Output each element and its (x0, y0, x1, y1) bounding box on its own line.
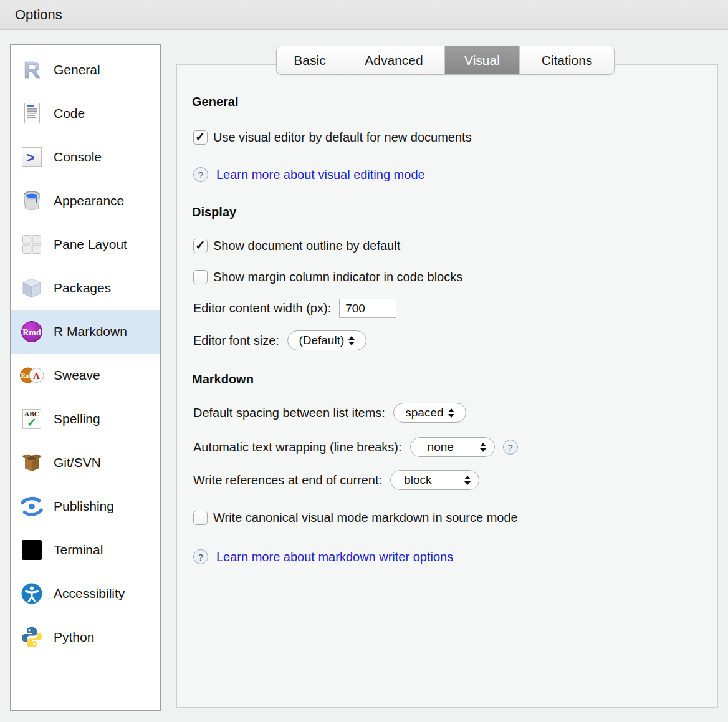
text-wrapping-row: Automatic text wrapping (line breaks): n… (193, 437, 518, 457)
content-width-row: Editor content width (px): (193, 299, 396, 318)
sidebar-item-appearance[interactable]: Appearance (11, 179, 160, 223)
help-icon[interactable]: ? (503, 440, 518, 455)
tab-basic[interactable]: Basic (277, 46, 343, 74)
sidebar-item-packages[interactable]: Packages (11, 266, 160, 310)
sidebar-item-label: Spelling (54, 412, 100, 426)
learn-markdown-writer-link[interactable]: Learn more about markdown writer options (216, 550, 453, 564)
checkmark-icon: ✓ (195, 130, 206, 143)
sidebar-item-label: Console (54, 150, 102, 165)
pane-grid-icon (18, 231, 46, 258)
sidebar-item-r-markdown[interactable]: Rmd R Markdown (11, 310, 160, 354)
window-title: Options (15, 7, 62, 23)
sidebar-item-spelling[interactable]: ABC✓ Spelling (11, 397, 160, 441)
stepper-arrows-icon (448, 408, 454, 418)
show-margin-checkbox[interactable]: ✓ (193, 270, 208, 284)
use-visual-editor-checkbox[interactable]: ✓ (193, 130, 208, 145)
terminal-icon (18, 536, 46, 564)
svg-text:✓: ✓ (27, 416, 37, 429)
sidebar-item-label: Publishing (54, 499, 114, 514)
sidebar-item-console[interactable]: > Console (11, 135, 160, 179)
console-icon: > (18, 143, 46, 171)
visual-editing-help-row: ? Learn more about visual editing mode (193, 167, 425, 182)
help-icon[interactable]: ? (193, 167, 208, 182)
canonical-markdown-row: ✓ Write canonical visual mode markdown i… (193, 511, 518, 525)
sidebar-item-label: Appearance (54, 193, 124, 208)
help-icon[interactable]: ? (193, 549, 208, 564)
stepper-arrows-icon (348, 336, 355, 345)
sidebar-item-accessibility[interactable]: Accessibility (11, 572, 160, 615)
code-document-icon (18, 100, 46, 127)
list-spacing-row: Default spacing between list items: spac… (193, 403, 466, 423)
sidebar-item-label: Git/SVN (54, 455, 101, 470)
package-cube-icon (18, 274, 46, 302)
sidebar-item-label: Python (54, 630, 94, 645)
section-heading-markdown: Markdown (192, 372, 254, 387)
stepper-arrows-icon (480, 443, 486, 452)
tab-advanced[interactable]: Advanced (343, 46, 444, 74)
editor-content-width-input[interactable] (339, 299, 396, 318)
markdown-writer-help-row: ? Learn more about markdown writer optio… (193, 549, 453, 564)
show-outline-row: ✓ Show document outline by default (193, 239, 400, 253)
window-titlebar: Options (0, 0, 728, 30)
use-visual-editor-row: ✓ Use visual editor by default for new d… (193, 130, 472, 145)
sidebar-item-label: Pane Layout (54, 237, 127, 252)
accessibility-icon (18, 580, 46, 607)
svg-text:A: A (33, 371, 40, 381)
list-spacing-label: Default spacing between list items: (193, 406, 385, 420)
editor-font-size-select[interactable]: (Default) (287, 330, 366, 350)
sidebar-item-label: R Markdown (54, 324, 127, 339)
list-spacing-select[interactable]: spaced (393, 403, 466, 423)
svg-text:>: > (26, 150, 34, 166)
section-heading-general: General (192, 95, 238, 109)
sidebar-item-python[interactable]: Python (11, 615, 160, 659)
canonical-markdown-checkbox[interactable]: ✓ (193, 511, 208, 525)
sidebar-item-git-svn[interactable]: Git/SVN (11, 441, 160, 484)
font-size-row: Editor font size: (Default) (193, 330, 366, 350)
sidebar-item-label: Packages (54, 281, 111, 296)
options-panel: General ✓ Use visual editor by default f… (176, 64, 718, 708)
canonical-markdown-label: Write canonical visual mode markdown in … (213, 511, 518, 525)
python-icon (18, 623, 46, 651)
sidebar-item-terminal[interactable]: Terminal (11, 528, 160, 572)
publishing-icon (18, 493, 46, 520)
content-width-label: Editor content width (px): (193, 301, 331, 315)
sidebar-item-publishing[interactable]: Publishing (11, 484, 160, 528)
sidebar-item-pane-layout[interactable]: Pane Layout (11, 223, 160, 266)
git-svn-box-icon (18, 449, 46, 476)
learn-visual-editing-link[interactable]: Learn more about visual editing mode (216, 168, 425, 182)
text-wrapping-label: Automatic text wrapping (line breaks): (193, 440, 402, 455)
tab-visual[interactable]: Visual (444, 46, 519, 74)
references-label: Write references at end of current: (193, 473, 382, 488)
show-margin-row: ✓ Show margin column indicator in code b… (193, 270, 462, 284)
sidebar-item-label: Code (54, 106, 85, 121)
r-logo-icon: R (18, 56, 46, 84)
settings-sidebar: R General Code > Console Appearance Pane… (10, 44, 161, 711)
checkmark-icon: ✓ (195, 239, 206, 251)
sidebar-item-label: Accessibility (54, 586, 125, 601)
sidebar-item-general[interactable]: R General (11, 48, 160, 92)
svg-text:Rmd: Rmd (22, 328, 41, 337)
panel-tabbar: Basic Advanced Visual Citations (276, 46, 615, 75)
sidebar-item-label: Sweave (54, 368, 100, 383)
stepper-arrows-icon (464, 476, 471, 485)
references-select[interactable]: block (390, 470, 479, 490)
sweave-icon: RnwA (18, 362, 46, 389)
references-row: Write references at end of current: bloc… (193, 470, 479, 490)
tab-citations[interactable]: Citations (519, 46, 614, 74)
rmarkdown-icon: Rmd (18, 318, 46, 345)
use-visual-editor-label: Use visual editor by default for new doc… (213, 130, 472, 145)
sidebar-item-sweave[interactable]: RnwA Sweave (11, 354, 160, 397)
paint-bucket-icon (18, 187, 46, 214)
spelling-icon: ABC✓ (18, 405, 46, 433)
sidebar-item-code[interactable]: Code (11, 92, 160, 135)
section-heading-display: Display (192, 205, 236, 219)
show-outline-label: Show document outline by default (213, 239, 400, 253)
text-wrapping-select[interactable]: none (410, 437, 495, 457)
svg-text:R: R (24, 57, 41, 82)
show-outline-checkbox[interactable]: ✓ (193, 239, 208, 253)
sidebar-item-label: Terminal (54, 542, 103, 557)
show-margin-label: Show margin column indicator in code blo… (213, 270, 462, 284)
font-size-label: Editor font size: (193, 334, 279, 348)
sidebar-item-label: General (54, 62, 100, 77)
